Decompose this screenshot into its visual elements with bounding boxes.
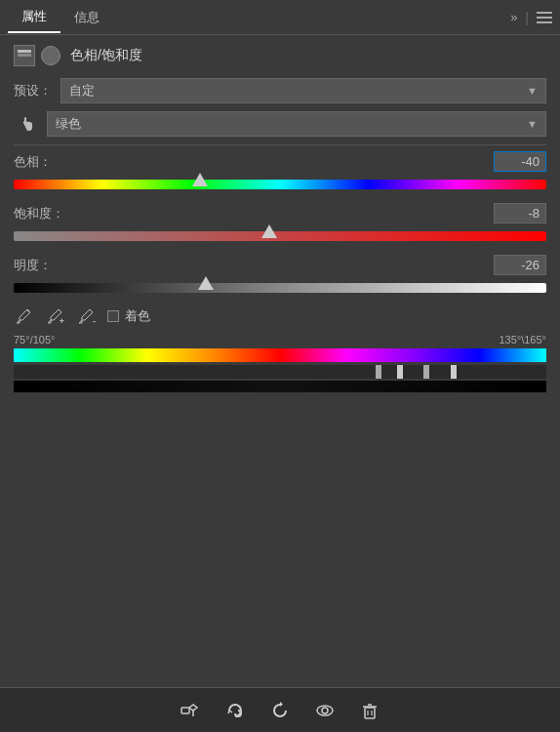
- preset-label: 预设：: [14, 82, 60, 100]
- svg-rect-3: [18, 50, 31, 53]
- range-handle-1[interactable]: [376, 365, 381, 379]
- tab-info[interactable]: 信息: [60, 3, 113, 32]
- colorize-label: 着色: [125, 307, 150, 325]
- bottom-dark-bar: [14, 381, 546, 392]
- range-label-right: 135°\165°: [499, 334, 546, 346]
- channel-row: 绿色 ▼: [14, 111, 546, 137]
- saturation-section: 饱和度： -8: [14, 203, 546, 245]
- sat-track-wrap: [14, 227, 546, 245]
- svg-point-6: [27, 310, 29, 312]
- svg-rect-0: [537, 12, 552, 14]
- svg-rect-5: [18, 58, 31, 61]
- expand-icon[interactable]: »: [510, 10, 517, 24]
- light-header: 明度： -26: [14, 255, 546, 275]
- adjustment-layer-icon: [14, 45, 35, 66]
- channel-arrow-icon: ▼: [527, 118, 538, 130]
- hue-label: 色相：: [14, 153, 52, 171]
- top-tabs-bar: 属性 信息 » |: [0, 0, 560, 35]
- preset-select[interactable]: 自定 ▼: [60, 78, 546, 103]
- sat-header: 饱和度： -8: [14, 203, 546, 224]
- light-value[interactable]: -26: [494, 255, 546, 275]
- svg-rect-4: [18, 54, 31, 57]
- colorize-checkbox[interactable]: 着色: [107, 307, 150, 325]
- tools-row: + - 着色: [14, 306, 546, 326]
- sat-track[interactable]: [14, 231, 546, 241]
- svg-point-12: [322, 708, 328, 713]
- hue-track[interactable]: [14, 180, 546, 189]
- eyedropper-icon[interactable]: [14, 306, 33, 326]
- preset-row: 预设： 自定 ▼: [14, 78, 546, 103]
- light-thumb[interactable]: [198, 276, 214, 290]
- range-handle-3[interactable]: [423, 365, 429, 379]
- tab-properties[interactable]: 属性: [8, 2, 60, 33]
- mask-icon: [41, 46, 60, 65]
- panel-header: 色相/饱和度: [14, 45, 546, 66]
- delete-icon[interactable]: [356, 697, 383, 724]
- svg-rect-13: [365, 708, 375, 718]
- svg-marker-8: [189, 705, 197, 711]
- range-handle-4[interactable]: [451, 365, 457, 379]
- panel-title: 色相/饱和度: [70, 47, 142, 64]
- preset-value: 自定: [69, 82, 95, 100]
- range-label-left: 75°/105°: [14, 334, 55, 346]
- preset-arrow-icon: ▼: [527, 85, 538, 97]
- svg-rect-1: [537, 17, 552, 19]
- channel-select[interactable]: 绿色 ▼: [47, 111, 546, 137]
- eyedropper-subtract-icon[interactable]: -: [76, 306, 96, 326]
- hue-thumb[interactable]: [192, 173, 208, 186]
- spectrum-bar[interactable]: [14, 348, 546, 362]
- light-label: 明度：: [14, 257, 52, 274]
- channel-value: 绿色: [56, 115, 81, 133]
- target-icon[interactable]: [177, 697, 204, 724]
- eyedropper-add-icon[interactable]: +: [45, 306, 64, 326]
- light-track-wrap: [14, 279, 546, 297]
- svg-marker-10: [280, 702, 283, 707]
- sat-label: 饱和度：: [14, 205, 64, 223]
- divider-line: |: [525, 10, 529, 25]
- range-handles-bar: [14, 365, 546, 379]
- adjustment-icons: [14, 45, 60, 66]
- svg-rect-2: [537, 21, 552, 23]
- svg-rect-7: [181, 708, 189, 713]
- hand-tool-icon: [20, 113, 41, 135]
- color-range-section: 75°/105° 135°\165°: [14, 334, 546, 392]
- bottom-toolbar: [0, 687, 560, 732]
- visibility-icon[interactable]: [311, 697, 339, 724]
- range-handle-2[interactable]: [397, 365, 403, 379]
- divider-1: [14, 144, 546, 145]
- menu-icon[interactable]: [537, 11, 552, 24]
- preview-cycle-icon[interactable]: [221, 697, 249, 724]
- hue-track-wrap: [14, 176, 546, 193]
- hue-value[interactable]: -40: [494, 151, 546, 172]
- reset-icon[interactable]: [266, 697, 294, 724]
- main-panel: 色相/饱和度 预设： 自定 ▼ 绿色 ▼ 色相： -40: [0, 35, 560, 402]
- colorize-checkbox-box[interactable]: [107, 310, 119, 322]
- hue-section: 色相： -40: [14, 151, 546, 193]
- hue-header: 色相： -40: [14, 151, 546, 172]
- range-labels-row: 75°/105° 135°\165°: [14, 334, 546, 346]
- sat-value[interactable]: -8: [494, 203, 546, 224]
- light-track[interactable]: [14, 283, 546, 293]
- lightness-section: 明度： -26: [14, 255, 546, 297]
- sat-thumb[interactable]: [261, 224, 277, 238]
